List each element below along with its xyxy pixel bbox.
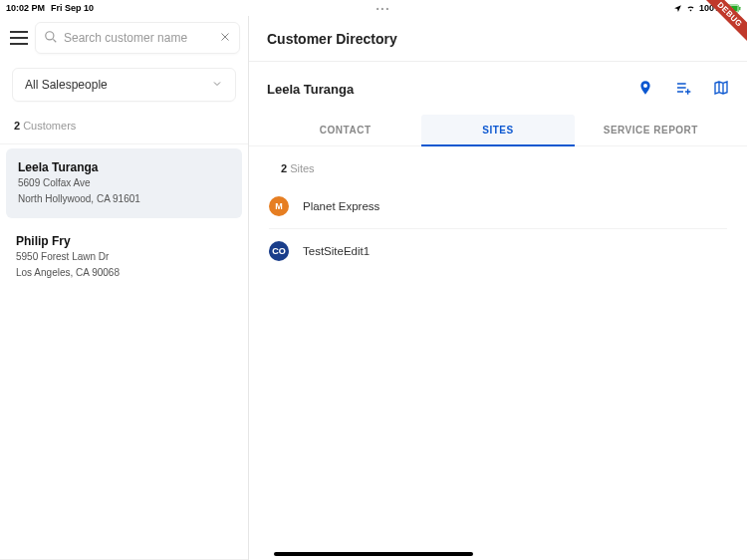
search-icon <box>44 30 58 47</box>
customer-detail-header: Leela Turanga <box>249 62 747 115</box>
sidebar: All Salespeople 2Customers Leela Turanga… <box>0 16 249 560</box>
clear-search-button[interactable] <box>219 31 231 45</box>
site-badge-icon: M <box>269 196 289 216</box>
search-input[interactable] <box>64 31 213 45</box>
customer-list: Leela Turanga 5609 Colfax Ave North Holl… <box>0 144 248 560</box>
customer-count: 2Customers <box>0 108 248 144</box>
home-indicator <box>274 552 473 556</box>
svg-rect-2 <box>739 6 740 10</box>
search-box[interactable] <box>35 22 240 54</box>
map-button[interactable] <box>713 80 729 99</box>
location-icon <box>673 4 682 13</box>
status-dots: ••• <box>94 4 673 13</box>
salespeople-filter-label: All Salespeople <box>25 78 108 92</box>
site-badge-icon: CO <box>269 241 289 261</box>
site-name: Planet Express <box>303 200 379 212</box>
customer-name: Philip Fry <box>16 234 232 248</box>
status-time: 10:02 PM <box>6 3 45 13</box>
tab-sites[interactable]: SITES <box>421 115 574 145</box>
location-pin-button[interactable] <box>637 80 653 99</box>
customer-address-line2: Los Angeles, CA 90068 <box>16 266 232 280</box>
main-header: Customer Directory <box>249 16 747 62</box>
wifi-icon <box>685 4 696 13</box>
customer-address-line2: North Hollywood, CA 91601 <box>18 192 230 206</box>
main-panel: Customer Directory Leela Turanga CONTACT… <box>249 16 747 560</box>
menu-button[interactable] <box>8 25 29 51</box>
tab-bar: CONTACT SITES SERVICE REPORT <box>249 115 747 146</box>
customer-address-line1: 5950 Forest Lawn Dr <box>16 250 232 264</box>
status-bar: 10:02 PM Fri Sep 10 ••• 100% <box>0 0 747 16</box>
customer-item[interactable]: Philip Fry 5950 Forest Lawn Dr Los Angel… <box>0 222 248 292</box>
page-title: Customer Directory <box>267 31 397 47</box>
site-row[interactable]: CO TestSiteEdit1 <box>269 229 727 273</box>
detail-customer-name: Leela Turanga <box>267 82 637 97</box>
tab-contact[interactable]: CONTACT <box>269 115 421 145</box>
site-row[interactable]: M Planet Express <box>269 184 727 229</box>
site-name: TestSiteEdit1 <box>303 245 370 257</box>
add-to-list-button[interactable] <box>675 80 691 99</box>
tab-service-report[interactable]: SERVICE REPORT <box>575 115 727 145</box>
sites-section: 2Sites M Planet Express CO TestSiteEdit1 <box>249 146 747 273</box>
status-date: Fri Sep 10 <box>51 3 94 13</box>
svg-point-3 <box>46 31 54 39</box>
customer-name: Leela Turanga <box>18 160 230 174</box>
chevron-down-icon <box>211 78 223 93</box>
salespeople-filter[interactable]: All Salespeople <box>12 68 236 102</box>
customer-item[interactable]: Leela Turanga 5609 Colfax Ave North Holl… <box>6 148 242 218</box>
customer-address-line1: 5609 Colfax Ave <box>18 176 230 190</box>
sites-count: 2Sites <box>269 162 727 184</box>
